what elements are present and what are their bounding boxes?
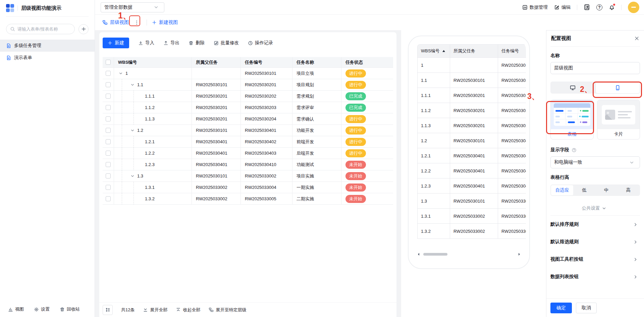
device-mobile-segment[interactable] (595, 82, 640, 94)
table-row: 1.2.3RW2025030401RW2025030410功能测试未开始 (103, 159, 393, 170)
row-height-option[interactable]: 高 (617, 185, 639, 195)
close-icon[interactable] (634, 36, 639, 41)
form-search-box[interactable] (6, 24, 75, 34)
avatar[interactable] (628, 2, 639, 13)
row-expand-toggle[interactable] (130, 128, 135, 133)
row-expand-toggle[interactable] (118, 71, 123, 75)
phone-table-row[interactable]: 1.2.1RW2025030401RW2025030402 (418, 148, 526, 163)
panel-section-item[interactable]: 视图工具栏按钮 (550, 251, 640, 268)
view-type-card-card[interactable]: 卡片 (597, 100, 640, 140)
cell-wbs: 1.3.1 (114, 182, 192, 193)
phone-table-row[interactable]: 1RW2025030101 (418, 57, 526, 72)
view-type-table-card[interactable]: 表格 (550, 100, 594, 140)
new-view-button[interactable]: 新建视图 (152, 19, 178, 25)
phone-h-scrollbar[interactable] (417, 252, 521, 256)
toolbar-button[interactable]: 操作记录 (248, 40, 273, 46)
phone-column-header[interactable]: 任务编号 (498, 45, 526, 57)
scrollbar-thumb[interactable] (423, 253, 447, 256)
phone-column-header[interactable]: WBS编号 (418, 45, 450, 57)
row-checkbox[interactable] (106, 128, 111, 133)
phone-table-row[interactable]: 1.3.1RW2025033002RW2025033004 (418, 208, 526, 223)
view-more-menu-button[interactable] (131, 17, 142, 28)
column-header[interactable]: 任务编号 (241, 57, 292, 67)
phone-table-row[interactable]: 1.2.2RW2025030401RW2025030403 (418, 163, 526, 178)
confirm-button[interactable]: 确定 (550, 303, 572, 313)
help-circle-icon[interactable] (572, 148, 577, 153)
phone-table-row[interactable]: 1.1.3RW2025030201RW2025030204 (418, 118, 526, 133)
common-settings-toggle[interactable]: 公共设置 (550, 205, 640, 211)
add-form-button[interactable] (78, 24, 89, 34)
cell-task-name: 项目立项 (292, 68, 341, 79)
phone-column-header[interactable]: 所属父任务 (450, 45, 498, 57)
cell-parent-task: RW2025030201 (192, 102, 241, 113)
tree-guide (122, 148, 130, 159)
row-checkbox[interactable] (106, 94, 111, 99)
expand-to-level-button[interactable]: 展开至特定层级 (209, 307, 246, 313)
column-header[interactable]: 任务状态 (341, 57, 393, 67)
column-header[interactable]: WBS编号 (114, 57, 192, 67)
bar-chart-icon (8, 307, 13, 312)
data-manage-button[interactable]: 数据管理 (522, 4, 548, 10)
search-input[interactable] (17, 27, 71, 32)
row-expand-toggle[interactable] (130, 83, 135, 87)
scroll-left-icon[interactable] (417, 253, 419, 256)
cell-task-code: RW2025030401 (241, 125, 292, 136)
toolbar-button-label: 批量修改 (221, 40, 239, 46)
expand-all-button[interactable]: 展开全部 (143, 307, 167, 313)
sidebar-item[interactable]: 演示表单 (0, 52, 95, 64)
table-row: 1.1.3RW2025030201RW2025030204需求确认进行中 (103, 113, 393, 125)
row-expand-toggle[interactable] (130, 174, 135, 178)
row-checkbox[interactable] (106, 116, 111, 121)
phone-table-row[interactable]: 1.1.1RW2025030201RW2025030202 (418, 88, 526, 103)
row-checkbox[interactable] (106, 82, 111, 87)
row-checkbox[interactable] (106, 185, 111, 190)
table-style-thumbnail (551, 100, 593, 129)
panel-section-item[interactable]: 默认排序规则 (550, 216, 640, 233)
phone-table-row[interactable]: 1.3.2RW2025033002RW2025033005 (418, 223, 526, 239)
view-name-input[interactable] (550, 62, 640, 74)
cell-task-name: 需求确认 (292, 113, 341, 124)
select-all-checkbox[interactable] (106, 60, 111, 65)
create-record-button[interactable]: 新建 (103, 38, 129, 48)
notifications-button[interactable] (609, 4, 615, 10)
toolbar-button[interactable]: 导入 (138, 40, 154, 46)
phone-table-row[interactable]: 1.1.2RW2025030201RW2025030203 (418, 103, 526, 118)
sidebar-item[interactable]: 多级任务管理 (0, 40, 95, 52)
scroll-right-icon[interactable] (519, 253, 521, 256)
panel-section-item[interactable]: 数据列表按钮 (550, 268, 640, 285)
sidebar-settings-button[interactable]: 设置 (34, 306, 50, 312)
display-field-select[interactable]: 和电脑端一致 (550, 156, 640, 168)
sidebar-recycle-button[interactable]: 回收站 (60, 306, 80, 312)
row-checkbox[interactable] (106, 71, 111, 76)
tree-guide (122, 91, 130, 102)
app-logo-icon (6, 4, 14, 12)
row-checkbox[interactable] (106, 105, 111, 110)
phone-table-row[interactable]: 1.2.3RW2025030401RW2025030410 (418, 178, 526, 193)
column-header[interactable]: 所属父任务 (192, 57, 241, 67)
phone-table-row[interactable]: 1.1RW2025030101RW2025030201 (418, 72, 526, 88)
panel-section-item[interactable]: 默认筛选规则 (550, 233, 640, 251)
contacts-button[interactable] (584, 4, 590, 10)
row-height-option[interactable]: 低 (573, 185, 595, 195)
data-scope-select[interactable]: 管理全部数据 (101, 2, 164, 12)
row-checkbox[interactable] (106, 139, 111, 144)
row-checkbox[interactable] (106, 151, 111, 156)
row-checkbox[interactable] (106, 196, 111, 201)
toolbar-button[interactable]: 批量修改 (214, 40, 239, 46)
phone-table-row[interactable]: 1.2RW2025030101RW2025030401 (418, 133, 526, 148)
row-height-button[interactable] (103, 305, 113, 315)
phone-table-row[interactable]: 1.3RW2025030101RW2025033002 (418, 193, 526, 208)
row-checkbox[interactable] (106, 162, 111, 167)
row-checkbox[interactable] (106, 173, 111, 178)
cancel-button[interactable]: 取消 (576, 303, 597, 313)
toolbar-button[interactable]: 删除 (189, 40, 205, 46)
row-height-option[interactable]: 中 (595, 185, 618, 195)
toolbar-button[interactable]: 导出 (163, 40, 179, 46)
status-badge: 已完成 (345, 92, 366, 100)
collapse-all-button[interactable]: 收起全部 (176, 307, 200, 313)
sidebar-views-button[interactable]: 视图 (8, 306, 24, 312)
edit-button[interactable]: 编辑 (554, 4, 571, 10)
column-header[interactable]: 任务名称 (292, 57, 341, 67)
help-button[interactable]: ? (596, 4, 602, 10)
row-height-option[interactable]: 自适应 (551, 185, 573, 195)
